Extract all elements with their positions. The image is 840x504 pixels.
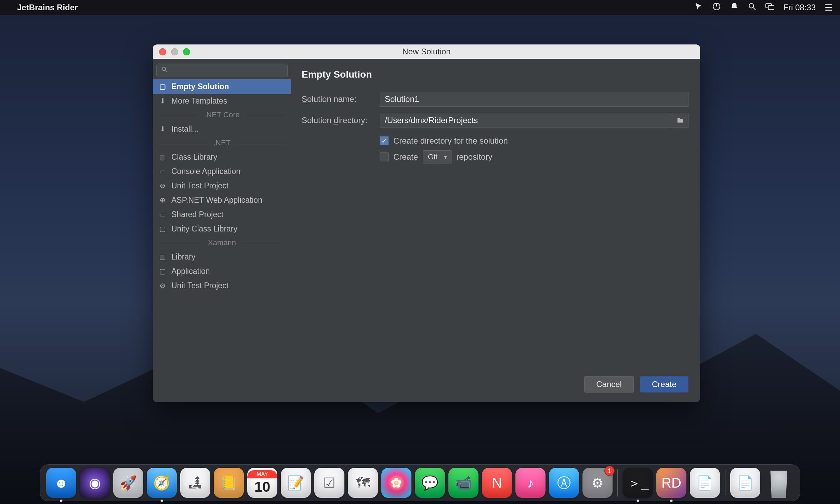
dock-app-siri[interactable]: ◉: [80, 468, 110, 498]
window-controls: [159, 48, 190, 55]
dialog-titlebar[interactable]: New Solution: [153, 44, 700, 59]
dock-divider-2: [725, 469, 725, 496]
solution-directory-input[interactable]: [380, 113, 672, 128]
sidebar-item[interactable]: ▭Console Application: [153, 164, 291, 178]
sidebar-item-label: Unit Test Project: [171, 181, 228, 190]
template-icon: ⬇: [158, 125, 167, 133]
sidebar-item[interactable]: ▢Empty Solution: [153, 79, 291, 94]
dock-app-messages[interactable]: 💬: [415, 468, 445, 498]
sidebar-item[interactable]: ▭Shared Project: [153, 207, 291, 222]
cancel-button[interactable]: Cancel: [584, 376, 634, 393]
dock-app-notes[interactable]: 📝: [281, 468, 311, 498]
menubar-list-icon[interactable]: ☰: [825, 2, 832, 13]
menubar-cursor-icon[interactable]: [694, 2, 703, 13]
template-icon: ▢: [158, 225, 167, 233]
dock-app-terminal[interactable]: ＞_: [623, 468, 653, 498]
dock-trash[interactable]: [764, 468, 794, 498]
dock-app-appstore[interactable]: Ⓐ: [549, 468, 579, 498]
template-icon: ▭: [158, 167, 167, 175]
template-icon: ▭: [158, 210, 167, 218]
template-search-input[interactable]: [156, 64, 288, 77]
menubar-power-icon[interactable]: [712, 2, 721, 13]
dock-app-music[interactable]: ♪: [515, 468, 546, 498]
template-icon: ⊕: [158, 196, 167, 204]
create-directory-checkbox[interactable]: ✓: [380, 136, 389, 145]
sidebar-item-label: Unity Class Library: [171, 224, 237, 234]
window-close-button[interactable]: [159, 48, 166, 55]
sidebar-item[interactable]: ⊘Unit Test Project: [153, 278, 291, 293]
sidebar-item[interactable]: ⊘Unit Test Project: [153, 178, 291, 193]
template-icon: ▥: [158, 153, 167, 161]
template-icon: ▥: [158, 253, 167, 261]
sidebar-item-label: Install...: [171, 124, 198, 134]
svg-rect-1: [716, 3, 717, 6]
dock-app-calendar[interactable]: MAY10: [247, 468, 277, 498]
sidebar-item[interactable]: ⬇More Templates: [153, 94, 291, 108]
template-config-panel: Empty Solution Solution name: Solution d…: [291, 59, 700, 402]
dock-app-rider[interactable]: RD: [656, 468, 686, 498]
solution-name-input[interactable]: [380, 92, 688, 107]
sidebar-item-label: Console Application: [171, 167, 240, 176]
dock-divider: [617, 469, 618, 496]
sidebar-item[interactable]: ▥Library: [153, 250, 291, 264]
solution-directory-label: Solution directory:: [302, 116, 380, 125]
dock-app-preview[interactable]: 🏞: [180, 468, 210, 498]
panel-heading: Empty Solution: [302, 69, 688, 80]
dock-app-launchpad[interactable]: 🚀: [113, 468, 143, 498]
window-zoom-button[interactable]: [183, 48, 190, 55]
create-directory-label: Create directory for the solution: [393, 136, 508, 146]
menubar-clock[interactable]: Fri 08:33: [783, 3, 816, 12]
svg-point-2: [749, 3, 754, 8]
sidebar-item-label: Shared Project: [171, 210, 223, 219]
dock-app-system-preferences[interactable]: ⚙1: [582, 468, 613, 498]
dock-app-maps[interactable]: 🗺: [348, 468, 378, 498]
sidebar-item-label: Unit Test Project: [171, 281, 228, 290]
dialog-title: New Solution: [153, 47, 700, 56]
dock-app-finder[interactable]: ☻: [46, 468, 76, 498]
screen-mirroring-icon[interactable]: [765, 2, 774, 13]
active-app-name[interactable]: JetBrains Rider: [17, 3, 78, 12]
template-icon: ⊘: [158, 281, 167, 290]
sidebar-item[interactable]: ▢Application: [153, 264, 291, 278]
sidebar-item-label: ASP.NET Web Application: [171, 196, 262, 205]
template-sidebar: ▢Empty Solution⬇More Templates.NET Core⬇…: [153, 59, 291, 402]
template-icon: ⬇: [158, 97, 167, 105]
dock-app-photos[interactable]: ✿: [381, 468, 411, 498]
sidebar-item-label: Application: [171, 267, 210, 276]
sidebar-item-label: More Templates: [171, 96, 227, 106]
sidebar-group-header: .NET Core: [153, 108, 291, 122]
sidebar-item[interactable]: ⬇Install...: [153, 122, 291, 136]
sidebar-group-header: Xamarin: [153, 236, 291, 250]
macos-menubar: JetBrains Rider Fri 08:33 ☰: [0, 0, 840, 15]
sidebar-item-label: Library: [171, 252, 195, 262]
sidebar-item[interactable]: ▢Unity Class Library: [153, 222, 291, 236]
spotlight-search-icon[interactable]: [748, 2, 757, 13]
sidebar-item[interactable]: ▥Class Library: [153, 150, 291, 164]
dock-app-safari[interactable]: 🧭: [147, 468, 177, 498]
dock-app-contacts[interactable]: 📒: [214, 468, 244, 498]
solution-name-label: Solution name:: [302, 94, 380, 104]
svg-line-3: [753, 8, 756, 10]
dock-app-textedit[interactable]: 📄: [690, 468, 720, 498]
create-repository-checkbox[interactable]: [380, 152, 389, 161]
create-repository-label-pre: Create: [393, 152, 418, 162]
template-icon: ▢: [158, 82, 167, 91]
dock-app-reminders[interactable]: ☑︎: [314, 468, 344, 498]
sidebar-item-label: Class Library: [171, 152, 217, 162]
dock-app-facetime[interactable]: 📹: [448, 468, 478, 498]
notifications-icon[interactable]: [730, 2, 739, 13]
create-repository-label-post: repository: [456, 152, 492, 162]
window-minimize-button: [171, 48, 178, 55]
dock-app-news[interactable]: N: [482, 468, 512, 498]
sidebar-group-header: .NET: [153, 136, 291, 150]
sidebar-item[interactable]: ⊕ASP.NET Web Application: [153, 193, 291, 207]
browse-directory-button[interactable]: [672, 113, 688, 128]
template-icon: ⊘: [158, 182, 167, 190]
repository-type-select[interactable]: Git: [423, 150, 451, 163]
macos-dock: ☻ ◉ 🚀 🧭 🏞 📒 MAY10 📝 ☑︎ 🗺 ✿ 💬 📹 N ♪ Ⓐ ⚙1 …: [40, 464, 800, 501]
template-icon: ▢: [158, 267, 167, 275]
sidebar-item-label: Empty Solution: [171, 82, 229, 91]
svg-rect-5: [769, 5, 774, 10]
create-button[interactable]: Create: [640, 376, 688, 393]
dock-recent-document[interactable]: 📄: [730, 468, 760, 498]
